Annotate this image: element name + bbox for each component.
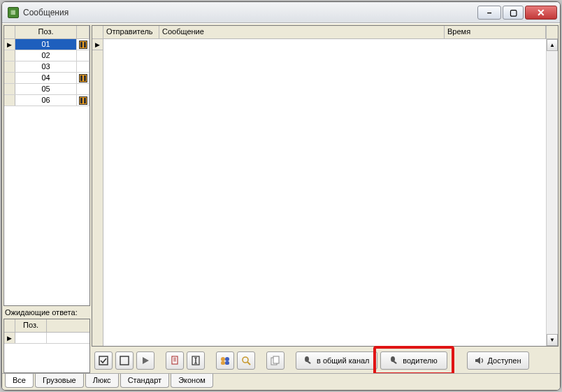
users-icon [219, 356, 231, 365]
messages-rowhdr-col: ▶ [92, 39, 103, 346]
positions-grid[interactable]: Поз. ▶010203040506 [3, 25, 90, 306]
svg-rect-6 [173, 361, 176, 361]
select-all-button[interactable] [94, 351, 113, 370]
waiting-cell-pos [15, 333, 47, 343]
positions-cell-status [77, 95, 89, 106]
app-window: ▦ Сообщения – ▢ ✕ Поз. [1, 1, 561, 391]
deselect-all-button[interactable] [115, 351, 134, 370]
svg-line-16 [247, 362, 250, 365]
positions-row[interactable]: 02 [4, 50, 89, 61]
svg-marker-2 [143, 357, 149, 364]
available-button[interactable]: Доступен [467, 351, 529, 370]
play-icon [141, 356, 150, 365]
driver-button-label: водителю [403, 356, 438, 365]
positions-header-row: Поз. [4, 26, 89, 39]
positions-row-indicator [4, 73, 15, 83]
close-icon: ✕ [537, 8, 545, 17]
positions-row[interactable]: 03 [4, 61, 89, 73]
copy-pages-icon [271, 356, 280, 365]
app-icon: ▦ [8, 7, 19, 18]
messages-header-sender[interactable]: Отправитель [103, 26, 159, 38]
magnifier-icon [241, 356, 251, 365]
svg-point-12 [225, 357, 229, 361]
positions-cell-pos: 03 [15, 61, 77, 72]
users-button[interactable] [216, 351, 234, 370]
category-tab[interactable]: Грузовые [35, 374, 84, 388]
svg-rect-3 [172, 356, 178, 364]
category-tab[interactable]: Все [5, 374, 34, 388]
messages-grid[interactable]: Отправитель Сообщение Время ▶ ▲ [92, 25, 559, 347]
right-panel: Отправитель Сообщение Время ▶ ▲ [92, 25, 559, 373]
messages-header-row: Отправитель Сообщение Время [92, 26, 558, 39]
minimize-button[interactable]: – [477, 6, 501, 20]
search-button[interactable] [237, 351, 255, 370]
positions-row[interactable]: 05 [4, 84, 89, 95]
category-tab[interactable]: Стандарт [120, 374, 170, 388]
waiting-corner-cell [4, 319, 15, 332]
svg-rect-4 [173, 358, 176, 358]
waiting-grid[interactable]: Поз. ▶ [3, 319, 90, 373]
main-area: Поз. ▶010203040506 Ожидающие ответа: Поз… [2, 24, 560, 373]
duplicate-button[interactable] [266, 351, 284, 370]
driver-button[interactable]: водителю [380, 351, 447, 370]
positions-row[interactable]: 04 [4, 73, 89, 84]
svg-rect-20 [307, 361, 311, 364]
positions-body: ▶010203040506 [4, 39, 89, 106]
positions-row-indicator [4, 50, 15, 61]
scroll-down-button[interactable]: ▼ [547, 334, 558, 346]
positions-row[interactable]: 06 [4, 95, 89, 106]
titlebar: ▦ Сообщения – ▢ ✕ [2, 2, 560, 23]
positions-cell-status [77, 50, 89, 61]
client-area: Поз. ▶010203040506 Ожидающие ответа: Поз… [2, 23, 560, 390]
copy-button[interactable] [166, 351, 184, 370]
waiting-cell-blank [47, 333, 89, 343]
pause-status-icon [79, 74, 87, 82]
positions-row-indicator [4, 95, 15, 106]
positions-row-indicator [4, 84, 15, 94]
available-button-label: Доступен [488, 356, 521, 365]
positions-cell-pos: 05 [15, 84, 77, 94]
messages-header-time[interactable]: Время [445, 26, 546, 38]
positions-cell-pos: 02 [15, 50, 77, 61]
svg-rect-22 [393, 361, 397, 364]
svg-rect-18 [273, 356, 279, 363]
broadcast-channel-label: в общий канал [317, 356, 370, 365]
pause-status-icon [79, 41, 87, 49]
waiting-row-empty[interactable]: ▶ [4, 333, 89, 344]
scroll-track[interactable] [547, 51, 558, 334]
messages-header-message[interactable]: Сообщение [159, 26, 445, 38]
minimize-icon: – [487, 8, 492, 17]
waiting-body: ▶ [4, 333, 89, 344]
scroll-up-button[interactable]: ▲ [547, 39, 558, 51]
checkbox-empty-icon [120, 356, 129, 365]
left-panel: Поз. ▶010203040506 Ожидающие ответа: Поз… [3, 25, 90, 373]
messages-vscrollbar[interactable]: ▲ ▼ [546, 39, 558, 346]
category-tab[interactable]: Люкс [85, 374, 119, 388]
messages-body: ▶ ▲ ▼ [92, 39, 558, 346]
messages-header-scrollspacer [546, 26, 558, 38]
positions-cell-status [77, 84, 89, 94]
maximize-icon: ▢ [510, 8, 517, 17]
maximize-button[interactable]: ▢ [503, 6, 524, 20]
svg-rect-14 [225, 361, 229, 365]
positions-cell-status [77, 73, 89, 83]
waiting-header-pos[interactable]: Поз. [15, 319, 47, 332]
positions-row[interactable]: ▶01 [4, 39, 89, 50]
waiting-header-blank [47, 319, 89, 332]
messages-row-indicator: ▶ [92, 39, 103, 50]
positions-cell-status [77, 39, 89, 50]
positions-header-iconcol[interactable] [77, 26, 89, 38]
text-button[interactable] [187, 351, 205, 370]
close-button[interactable]: ✕ [525, 6, 557, 20]
microphone-icon [389, 356, 399, 365]
document-icon [170, 356, 180, 365]
waiting-label: Ожидающие ответа: [3, 307, 90, 317]
play-button[interactable] [136, 351, 154, 370]
svg-rect-5 [173, 359, 176, 360]
svg-rect-1 [120, 356, 129, 365]
broadcast-channel-button[interactable]: в общий канал [296, 351, 377, 370]
category-tab[interactable]: Эконом [171, 374, 213, 388]
positions-cell-pos: 01 [15, 39, 77, 50]
text-cursor-icon [191, 356, 201, 365]
positions-header-pos[interactable]: Поз. [15, 26, 77, 38]
